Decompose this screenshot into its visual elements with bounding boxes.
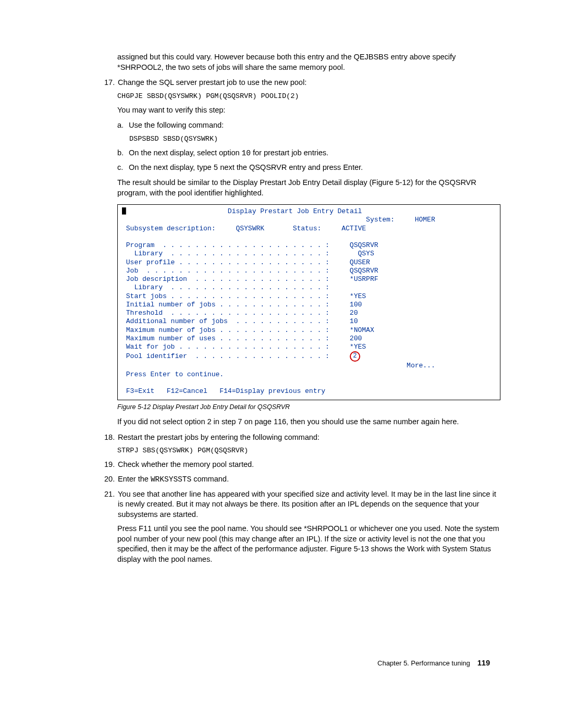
- sub-text: On the next display, select option 10 fo…: [129, 148, 328, 159]
- step-18-cmd: STRPJ SBS(QSYSWRK) PGM(QSQSRVR): [117, 447, 500, 454]
- step-17: 17. Change the SQL server prestart job t…: [104, 78, 500, 88]
- sub-label: b.: [117, 148, 129, 159]
- step-21: 21. You see that another line has appear…: [104, 489, 500, 520]
- step-21-p2: Press F11 until you see the pool name. Y…: [117, 524, 500, 564]
- figure-caption: Figure 5-12 Display Prestart Job Entry D…: [117, 403, 500, 411]
- step-17a: a. Use the following command:: [117, 120, 500, 131]
- step-num: 19.: [104, 460, 118, 470]
- step-20: 20. Enter the WRKSYSSTS command.: [104, 474, 500, 485]
- step-num: 18.: [104, 433, 118, 443]
- step-text: You see that another line has appeared w…: [118, 489, 500, 520]
- sub-label: c.: [117, 163, 129, 174]
- step-17-result: The result should be similar to the Disp…: [117, 178, 500, 198]
- footer-page: 119: [478, 659, 490, 667]
- terminal-figure: █ Display Prestart Job Entry Detail Syst…: [117, 204, 500, 400]
- after-figure-note: If you did not select option 2 in step 7…: [117, 417, 500, 427]
- step-17b: b. On the next display, select option 10…: [117, 148, 500, 159]
- footer-chapter: Chapter 5. Performance tuning: [377, 659, 470, 667]
- step-18: 18. Restart the prestart jobs by enterin…: [104, 433, 500, 443]
- step-text: Enter the WRKSYSSTS command.: [118, 474, 229, 485]
- step-19: 19. Check whether the memory pool starte…: [104, 460, 500, 470]
- step-text: Check whether the memory pool started.: [118, 460, 254, 470]
- sub-text: On the next display, type 5 next the QSQ…: [129, 163, 363, 174]
- step-17c: c. On the next display, type 5 next the …: [117, 163, 500, 174]
- step-text: Change the SQL server prestart job to us…: [118, 78, 307, 88]
- sub-text: Use the following command:: [129, 120, 224, 131]
- step-17a-cmd: DSPSBSD SBSD(QSYSWRK): [129, 135, 500, 143]
- sub-label: a.: [117, 120, 129, 131]
- step-num: 21.: [104, 489, 118, 520]
- terminal-content: █ Display Prestart Job Entry Detail Syst…: [119, 206, 499, 399]
- step-num: 20.: [104, 474, 118, 485]
- step-17-cmd: CHGPJE SBSD(QSYSWRK) PGM(QSQSRVR) POOLID…: [117, 92, 500, 100]
- page-footer: Chapter 5. Performance tuning 119: [73, 659, 500, 667]
- step-17-verify: You may want to verify this step:: [117, 105, 500, 116]
- step-num: 17.: [104, 78, 118, 88]
- step-text: Restart the prestart jobs by entering th…: [118, 433, 320, 443]
- intro-paragraph: assigned but this could vary. However be…: [117, 52, 500, 72]
